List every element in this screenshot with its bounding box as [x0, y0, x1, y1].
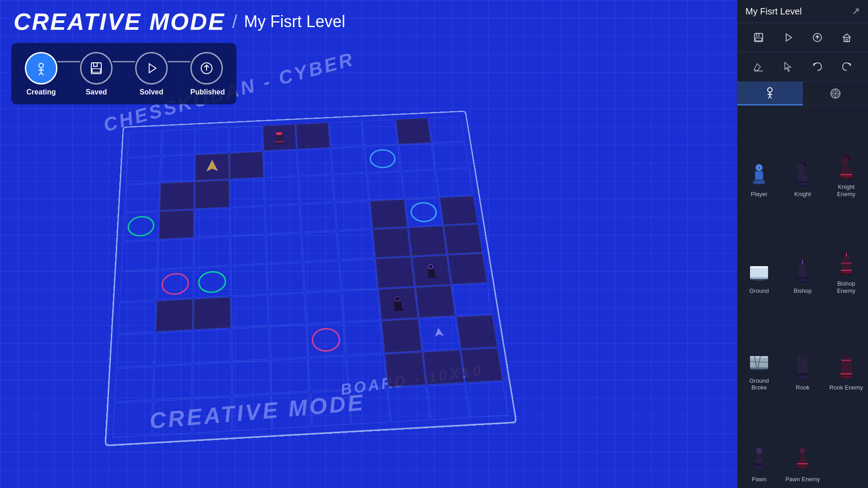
cell-6-3[interactable] — [231, 295, 268, 328]
cell-8-5[interactable] — [308, 356, 348, 391]
cell-5-4[interactable] — [267, 263, 304, 294]
cell-8-2[interactable] — [193, 362, 231, 398]
step-circle-saved[interactable] — [80, 52, 113, 84]
cell-0-3[interactable] — [229, 126, 263, 152]
cell-0-6[interactable] — [329, 121, 364, 148]
cell-4-5[interactable] — [302, 231, 339, 262]
cell-4-6[interactable] — [337, 230, 375, 260]
cell-3-0[interactable] — [123, 211, 159, 241]
cell-3-3[interactable] — [230, 206, 265, 235]
cell-7-9[interactable] — [456, 315, 497, 348]
cell-1-6[interactable] — [331, 147, 366, 174]
cell-9-2[interactable] — [193, 397, 231, 434]
cell-4-2[interactable] — [194, 236, 230, 267]
cell-2-6[interactable] — [333, 174, 369, 202]
cell-0-7[interactable] — [362, 119, 397, 146]
step-circle-creating[interactable] — [25, 52, 57, 84]
cell-9-7[interactable] — [388, 386, 429, 422]
cell-1-0[interactable] — [126, 156, 161, 184]
cell-5-9[interactable] — [448, 253, 487, 285]
cell-2-7[interactable] — [368, 172, 404, 200]
cell-8-4[interactable] — [270, 358, 309, 393]
cell-6-4[interactable] — [268, 293, 306, 326]
piece-item-ground[interactable]: Ground — [737, 202, 781, 299]
cell-3-1[interactable] — [159, 210, 194, 239]
cell-2-8[interactable] — [401, 170, 439, 198]
cell-9-9[interactable] — [466, 381, 509, 418]
cell-4-8[interactable] — [408, 226, 447, 256]
cell-8-1[interactable] — [154, 364, 192, 400]
cell-8-3[interactable] — [232, 360, 270, 395]
cell-6-2[interactable] — [194, 297, 231, 330]
board-grid[interactable] — [113, 117, 509, 438]
cell-3-5[interactable] — [300, 202, 336, 232]
cell-3-7[interactable] — [370, 199, 407, 229]
cell-0-4[interactable] — [263, 124, 297, 151]
cell-6-5[interactable] — [305, 291, 344, 324]
cell-3-8[interactable] — [405, 197, 443, 227]
redo-button[interactable] — [837, 57, 857, 77]
cell-6-8[interactable] — [415, 286, 455, 318]
cell-8-6[interactable] — [347, 354, 387, 389]
cell-2-4[interactable] — [264, 177, 299, 205]
cell-1-5[interactable] — [297, 148, 332, 176]
cell-2-5[interactable] — [299, 175, 335, 203]
cell-9-5[interactable] — [310, 390, 351, 427]
cell-0-1[interactable] — [161, 129, 195, 155]
cell-7-5[interactable] — [307, 323, 345, 357]
cell-0-8[interactable] — [396, 118, 431, 144]
cell-3-2[interactable] — [195, 208, 230, 238]
piece-item-pawn[interactable]: Pawn — [737, 396, 781, 488]
cell-5-8[interactable] — [412, 255, 451, 286]
tab-pieces[interactable] — [737, 82, 803, 105]
piece-item-player[interactable]: Player — [737, 106, 781, 202]
cell-9-8[interactable] — [427, 384, 469, 420]
cell-2-3[interactable] — [230, 178, 264, 207]
cell-7-4[interactable] — [269, 325, 307, 359]
external-link-icon[interactable]: ↗ — [852, 5, 860, 17]
cell-4-3[interactable] — [231, 235, 266, 266]
cell-9-1[interactable] — [153, 399, 192, 436]
cell-3-9[interactable] — [439, 196, 477, 225]
cell-1-4[interactable] — [264, 150, 298, 178]
piece-item-rook[interactable]: Rook — [781, 300, 824, 396]
cursor-button[interactable] — [778, 57, 798, 77]
cell-2-1[interactable] — [160, 182, 194, 210]
play-button[interactable] — [778, 28, 798, 47]
cell-3-6[interactable] — [335, 201, 372, 230]
cell-6-1[interactable] — [156, 299, 193, 332]
save-button[interactable] — [749, 28, 769, 47]
cell-4-4[interactable] — [266, 233, 302, 264]
cell-9-0[interactable] — [113, 401, 153, 438]
piece-item-bishop-enemy[interactable]: Bishop Enemy — [825, 202, 868, 299]
piece-item-ground-broke[interactable]: Ground Broke — [737, 300, 781, 396]
cell-1-7[interactable] — [365, 145, 401, 173]
home-button[interactable] — [837, 28, 857, 47]
cell-7-7[interactable] — [382, 319, 422, 353]
cell-4-0[interactable] — [121, 240, 158, 271]
cell-0-2[interactable] — [195, 127, 228, 154]
cell-0-0[interactable] — [127, 131, 161, 157]
cell-2-0[interactable] — [124, 183, 160, 212]
piece-item-pawn-enemy[interactable]: Pawn Enemy — [781, 396, 824, 488]
cell-3-4[interactable] — [265, 204, 301, 234]
undo-button[interactable] — [807, 57, 827, 77]
cell-9-3[interactable] — [232, 394, 272, 431]
cell-2-2[interactable] — [195, 180, 229, 209]
cell-7-3[interactable] — [231, 327, 269, 361]
cell-5-6[interactable] — [340, 259, 377, 291]
cell-2-9[interactable] — [436, 169, 473, 197]
cell-5-3[interactable] — [231, 264, 267, 296]
cell-8-8[interactable] — [423, 350, 464, 385]
cell-6-7[interactable] — [378, 287, 418, 320]
cell-1-2[interactable] — [195, 153, 229, 181]
cell-0-5[interactable] — [296, 122, 330, 149]
cell-4-1[interactable] — [158, 238, 193, 269]
cell-6-0[interactable] — [118, 301, 156, 334]
eraser-button[interactable] — [749, 57, 769, 77]
cell-7-8[interactable] — [419, 317, 460, 351]
cell-5-2[interactable] — [194, 266, 230, 298]
cell-6-9[interactable] — [452, 284, 492, 316]
cell-6-6[interactable] — [342, 289, 381, 322]
step-circle-solved[interactable] — [135, 52, 168, 84]
